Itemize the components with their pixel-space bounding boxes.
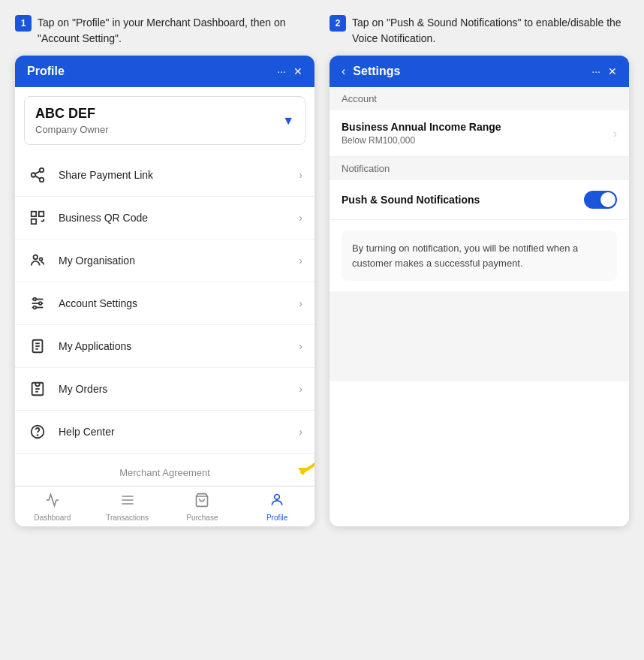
dashboard-label: Dashboard: [34, 514, 71, 522]
account-section-header: Account: [330, 87, 629, 110]
step2-badge: 2: [330, 15, 346, 32]
step1-badge: 1: [15, 15, 32, 32]
purchase-icon: [194, 493, 209, 511]
svg-point-14: [40, 258, 43, 261]
menu-item-account-settings[interactable]: Account Settings ›: [15, 282, 314, 325]
user-role: Company Owner: [35, 124, 109, 135]
settings-title: Settings: [353, 65, 400, 78]
transactions-label: Transactions: [106, 514, 149, 522]
org-icon: [27, 250, 48, 271]
help-icon: [27, 421, 48, 442]
user-info: ABC DEF Company Owner: [35, 106, 109, 135]
profile-nav-icon: [269, 493, 284, 511]
settings-header-icons: ··· ✕: [591, 65, 617, 77]
svg-rect-5: [32, 212, 36, 216]
menu-item-my-applications[interactable]: My Applications ›: [15, 325, 314, 368]
app-chevron: ›: [299, 340, 302, 352]
step2-instruction: 2 Tap on "Push & Sound Notifications" to…: [330, 15, 629, 47]
svg-point-0: [40, 168, 44, 173]
svg-point-21: [34, 306, 37, 309]
nav-transactions[interactable]: Transactions: [90, 493, 165, 522]
account-settings-label: Account Settings: [59, 297, 299, 309]
step1-instruction: 1 Tap on "Profile" in your Merchant Dash…: [15, 15, 314, 47]
settings-close-btn[interactable]: ✕: [608, 65, 617, 77]
push-sound-title: Push & Sound Notifications: [342, 194, 480, 206]
profile-screen: Profile ··· ✕ ABC DEF Company Owner ▼: [15, 56, 314, 526]
settings-header-left: ‹ Settings: [342, 65, 400, 78]
qr-icon: [27, 207, 48, 228]
notification-section-header: Notification: [330, 157, 629, 180]
settings-icon: [27, 293, 48, 314]
svg-line-4: [35, 171, 40, 174]
toggle-container: [584, 191, 617, 209]
menu-item-help-center[interactable]: Help Center ›: [15, 411, 314, 454]
push-sound-row: Push & Sound Notifications: [330, 180, 629, 220]
svg-rect-7: [32, 219, 36, 224]
my-organisation-label: My Organisation: [59, 255, 299, 267]
share-icon: [27, 164, 48, 185]
profile-header-icons: ··· ✕: [277, 65, 302, 77]
svg-point-2: [40, 178, 44, 182]
svg-point-20: [39, 302, 42, 305]
bottom-nav: Dashboard Transactions: [15, 486, 314, 526]
user-name: ABC DEF: [35, 106, 109, 122]
left-column: 1 Tap on "Profile" in your Merchant Dash…: [15, 15, 314, 526]
purchase-label: Purchase: [186, 514, 218, 522]
profile-nav-label: Profile: [266, 514, 287, 522]
business-qr-code-label: Business QR Code: [59, 212, 299, 224]
share-payment-link-label: Share Payment Link: [59, 169, 299, 181]
settings-gray-area: [330, 291, 629, 381]
menu-item-my-organisation[interactable]: My Organisation ›: [15, 240, 314, 282]
help-center-label: Help Center: [59, 426, 299, 438]
dashboard-icon: [45, 493, 60, 511]
menu-item-my-orders[interactable]: My Orders ›: [15, 368, 314, 411]
push-sound-toggle[interactable]: [584, 191, 617, 209]
business-income-chevron: ›: [613, 127, 617, 140]
profile-more-btn[interactable]: ···: [277, 65, 286, 77]
my-orders-label: My Orders: [59, 383, 299, 395]
svg-point-19: [34, 298, 37, 301]
app-icon: [27, 336, 48, 357]
user-card[interactable]: ABC DEF Company Owner ▼: [24, 96, 305, 145]
business-income-content: Business Annual Income Range Below RM100…: [342, 121, 501, 146]
svg-point-36: [275, 495, 280, 500]
right-column: 2 Tap on "Push & Sound Notifications" to…: [330, 15, 629, 526]
menu-item-business-qr-code[interactable]: Business QR Code ›: [15, 197, 314, 240]
settings-screen: ‹ Settings ··· ✕ Account Business Annual…: [330, 56, 629, 526]
nav-dashboard[interactable]: Dashboard: [15, 493, 90, 522]
menu-item-share-payment-link[interactable]: Share Payment Link ›: [15, 154, 314, 197]
nav-profile[interactable]: Profile: [239, 493, 314, 522]
settings-header: ‹ Settings ··· ✕: [330, 56, 629, 87]
settings-more-btn[interactable]: ···: [591, 65, 600, 77]
my-applications-label: My Applications: [59, 340, 299, 352]
profile-close-btn[interactable]: ✕: [293, 65, 302, 77]
business-income-subtitle: Below RM100,000: [342, 135, 501, 146]
transactions-icon: [120, 493, 135, 511]
notification-info: By turning on notification, you will be …: [342, 231, 617, 281]
toggle-knob: [600, 192, 615, 207]
profile-header: Profile ··· ✕: [15, 56, 314, 87]
svg-line-3: [35, 176, 40, 179]
svg-point-13: [34, 255, 38, 260]
back-btn[interactable]: ‹: [342, 65, 345, 78]
menu-list: Share Payment Link ›: [15, 154, 314, 460]
business-income-title: Business Annual Income Range: [342, 121, 501, 133]
orders-icon: [27, 378, 48, 399]
business-income-item[interactable]: Business Annual Income Range Below RM100…: [330, 110, 629, 157]
svg-rect-6: [39, 212, 44, 216]
svg-point-30: [38, 435, 38, 435]
main-container: 1 Tap on "Profile" in your Merchant Dash…: [15, 15, 629, 526]
qr-chevron: ›: [299, 212, 302, 224]
org-chevron: ›: [299, 255, 302, 267]
user-dropdown-icon[interactable]: ▼: [282, 114, 294, 128]
nav-purchase[interactable]: Purchase: [165, 493, 240, 522]
settings-chevron: ›: [299, 297, 302, 309]
orders-chevron: ›: [299, 383, 302, 395]
svg-point-1: [32, 173, 36, 177]
share-chevron: ›: [299, 169, 302, 181]
profile-title: Profile: [27, 65, 65, 78]
merchant-agreement[interactable]: Merchant Agreement: [15, 460, 314, 486]
help-chevron: ›: [299, 426, 302, 438]
